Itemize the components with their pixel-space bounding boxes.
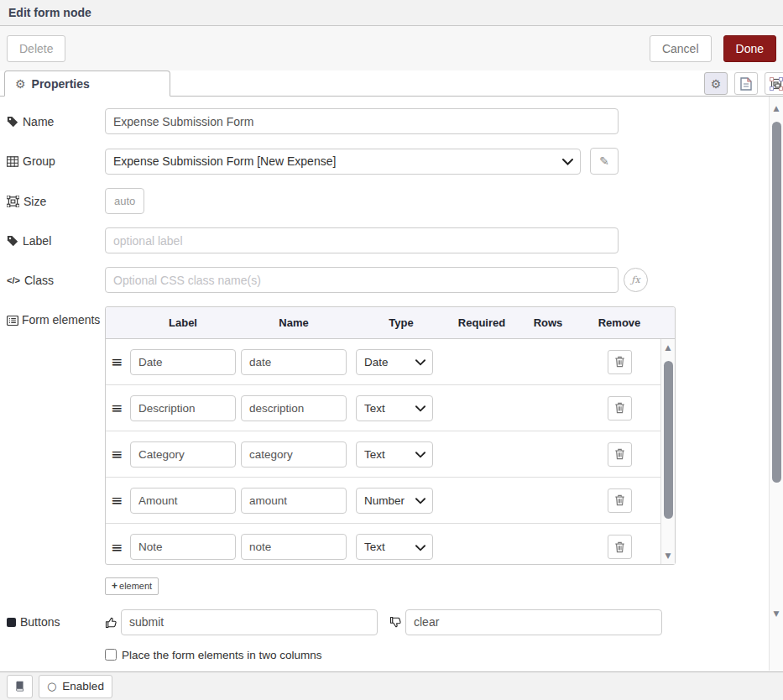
cancel-button[interactable]: Cancel	[650, 35, 712, 62]
form-elements-rows: ≡ Date ≡ Text	[106, 339, 660, 564]
panel-scrollbar[interactable]: ▲ ▼	[769, 97, 783, 671]
element-label-input[interactable]	[130, 349, 236, 375]
element-label-input[interactable]	[130, 488, 236, 514]
size-auto-button[interactable]: auto	[105, 188, 144, 214]
element-name-input[interactable]	[241, 534, 347, 560]
edit-form-node-dialog: Edit form node Delete Cancel Done ⚙ Prop…	[0, 0, 783, 700]
form-element-row: ≡ Number	[106, 478, 660, 524]
group-label: Group	[7, 154, 105, 168]
node-help-button[interactable]	[7, 675, 33, 698]
element-name-input[interactable]	[241, 349, 347, 375]
book-icon	[14, 681, 25, 692]
class-label: </> Class	[7, 274, 105, 287]
properties-settings-button[interactable]: ⚙	[704, 72, 728, 95]
scroll-up-icon[interactable]: ▲	[770, 102, 783, 115]
thumbs-down-icon	[389, 616, 402, 629]
tab-properties-label: Properties	[32, 77, 90, 91]
trash-icon	[614, 356, 625, 368]
dialog-title: Edit form node	[8, 6, 91, 19]
remove-element-button[interactable]	[608, 488, 632, 513]
form-elements-body: ≡ Date ≡ Text	[106, 339, 675, 564]
form-elements-row: Form elements Label Name Type Required R…	[7, 306, 783, 565]
label-row: Label	[7, 227, 783, 253]
form-elements-table: Label Name Type Required Rows Remove ≡ D…	[105, 306, 676, 565]
table-scrollbar[interactable]: ▲ ▼	[660, 339, 675, 564]
label-input[interactable]	[105, 227, 619, 253]
two-columns-checkbox[interactable]	[105, 649, 117, 661]
trash-icon	[614, 402, 625, 414]
dashboard-sizer-button[interactable]	[765, 72, 783, 95]
plus-icon: +	[112, 580, 117, 592]
scroll-down-icon[interactable]: ▼	[661, 549, 675, 562]
group-select[interactable]: Expense Submission Form [New Expense]	[105, 149, 581, 175]
trash-icon	[614, 541, 625, 553]
element-name-input[interactable]	[241, 488, 347, 514]
element-type-select[interactable]: Text	[356, 441, 433, 468]
buttons-row: Buttons	[7, 609, 783, 635]
delete-button[interactable]: Delete	[7, 35, 65, 62]
clear-button-input[interactable]	[405, 609, 662, 635]
enabled-toggle-button[interactable]: ○ Enabled	[39, 675, 112, 698]
element-label-input[interactable]	[130, 534, 236, 560]
name-input[interactable]	[105, 108, 619, 134]
trash-icon	[614, 494, 625, 506]
element-type-select[interactable]: Number	[356, 488, 433, 514]
two-columns-label[interactable]: Place the form elements in two columns	[122, 649, 322, 661]
dialog-button-bar: Delete Cancel Done	[0, 26, 783, 71]
element-type-select[interactable]: Text	[356, 395, 433, 421]
element-name-input[interactable]	[241, 395, 347, 421]
col-header-remove: Remove	[586, 316, 653, 329]
col-header-type: Type	[349, 316, 453, 329]
scroll-up-icon[interactable]: ▲	[661, 341, 675, 354]
remove-element-button[interactable]	[608, 396, 632, 421]
element-name-input[interactable]	[241, 441, 347, 468]
table-grid-icon	[7, 156, 18, 167]
panel-scrollbar-thumb[interactable]	[772, 122, 781, 483]
remove-element-button[interactable]	[608, 442, 632, 467]
tab-bar: ⚙ Properties ⚙	[0, 71, 783, 97]
drag-handle-icon[interactable]: ≡	[106, 353, 128, 370]
element-type-select[interactable]: Date	[356, 349, 433, 375]
element-label-input[interactable]	[130, 395, 236, 421]
add-element-button[interactable]: + element	[105, 577, 159, 595]
size-row: Size auto	[7, 188, 783, 214]
remove-element-button[interactable]	[608, 535, 632, 559]
size-icon	[7, 196, 19, 207]
drag-handle-icon[interactable]: ≡	[106, 446, 128, 462]
col-header-label: Label	[128, 316, 238, 329]
size-label: Size	[7, 195, 105, 208]
form-element-row: ≡ Text	[106, 385, 660, 431]
label-label: Label	[7, 234, 105, 248]
document-icon	[740, 77, 752, 91]
form-list-icon	[7, 316, 18, 326]
tab-properties[interactable]: ⚙ Properties	[4, 71, 170, 97]
submit-button-input[interactable]	[121, 609, 378, 635]
name-row: Name	[7, 108, 783, 134]
form-element-row: ≡ Text	[106, 524, 660, 564]
two-columns-row: Place the form elements in two columns	[105, 649, 783, 661]
code-icon: </>	[7, 275, 20, 285]
scroll-down-icon[interactable]: ▼	[770, 607, 783, 620]
element-type-select[interactable]: Text	[356, 534, 433, 560]
drag-handle-icon[interactable]: ≡	[106, 539, 128, 556]
table-scrollbar-thumb[interactable]	[664, 361, 673, 519]
drag-handle-icon[interactable]: ≡	[106, 492, 128, 509]
remove-element-button[interactable]	[608, 350, 632, 374]
square-icon	[7, 618, 16, 627]
class-input[interactable]	[105, 267, 619, 293]
name-label: Name	[7, 115, 105, 128]
form-elements-label: Form elements	[7, 306, 105, 329]
properties-panel: Name Group Expense Submission Form [New …	[0, 97, 783, 671]
trash-icon	[614, 448, 625, 460]
fx-styles-button[interactable]: ƒx	[624, 268, 648, 292]
description-doc-button[interactable]	[734, 72, 758, 95]
edit-group-button[interactable]: ✎	[590, 148, 619, 175]
element-label-input[interactable]	[130, 441, 236, 468]
class-row: </> Class ƒx	[7, 267, 783, 293]
dialog-footer: ○ Enabled	[0, 671, 783, 700]
tag-icon	[7, 235, 18, 247]
layout-sizer-icon	[770, 77, 783, 91]
col-header-required: Required	[453, 316, 510, 329]
drag-handle-icon[interactable]: ≡	[106, 400, 128, 416]
done-button[interactable]: Done	[723, 35, 776, 62]
